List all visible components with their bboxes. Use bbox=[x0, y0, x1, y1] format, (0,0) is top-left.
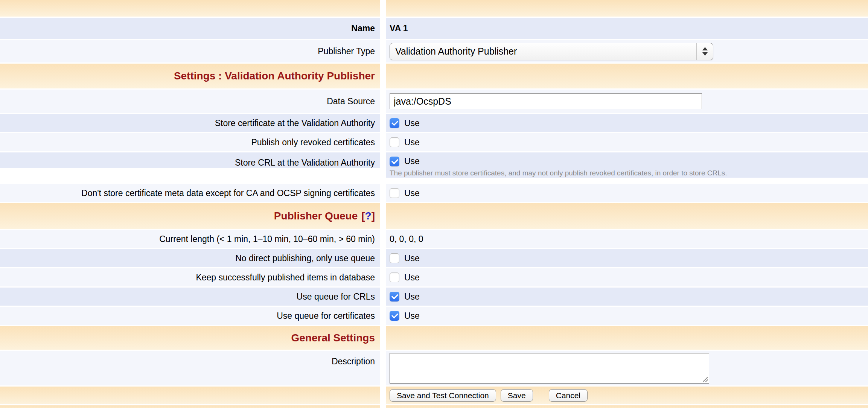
use-queue-for-crls-use-label: Use bbox=[404, 292, 420, 302]
no-direct-publishing-use-label: Use bbox=[404, 253, 420, 263]
section-header-settings: Settings : Validation Authority Publishe… bbox=[0, 64, 868, 88]
data-source-label: Data Source bbox=[327, 96, 375, 107]
store-certificate-use-label: Use bbox=[404, 118, 420, 128]
row-data-source: Data Source bbox=[0, 90, 868, 113]
publish-only-revoked-use-label: Use bbox=[404, 137, 420, 148]
use-queue-for-certificates-label: Use queue for certificates bbox=[277, 311, 375, 321]
row-buttons: Save and Test Connection Save Cancel bbox=[0, 387, 868, 404]
select-stepper-icon bbox=[696, 43, 713, 60]
name-label: Name bbox=[351, 23, 375, 34]
store-crl-checkbox[interactable] bbox=[390, 157, 399, 166]
use-queue-for-certificates-use-label: Use bbox=[404, 311, 420, 321]
row-store-certificate: Store certificate at the Validation Auth… bbox=[0, 114, 868, 132]
help-bracket-close: ] bbox=[372, 210, 375, 222]
general-settings-section-title: General Settings bbox=[291, 332, 375, 344]
keep-published-items-checkbox[interactable] bbox=[390, 273, 399, 282]
publish-only-revoked-label: Publish only revoked certificates bbox=[251, 137, 375, 148]
publisher-type-select[interactable]: Validation Authority Publisher bbox=[390, 43, 713, 60]
no-direct-publishing-label: No direct publishing, only use queue bbox=[235, 253, 375, 264]
publish-only-revoked-checkbox[interactable] bbox=[390, 137, 399, 147]
help-bracket-open: [ bbox=[361, 210, 365, 222]
row-name: Name VA 1 bbox=[0, 18, 868, 39]
description-label: Description bbox=[332, 356, 375, 367]
save-button[interactable]: Save bbox=[501, 389, 533, 402]
use-queue-for-crls-checkbox[interactable] bbox=[390, 292, 399, 301]
dont-store-meta-checkbox[interactable] bbox=[390, 188, 399, 198]
publisher-queue-help-link[interactable]: ? bbox=[365, 210, 372, 222]
section-header-general-settings: General Settings bbox=[0, 326, 868, 350]
publisher-queue-section-title: Publisher Queue bbox=[274, 210, 358, 222]
use-queue-for-crls-label: Use queue for CRLs bbox=[297, 291, 375, 302]
row-store-crl: Store CRL at the Validation Authority Us… bbox=[0, 152, 868, 183]
row-publish-only-revoked: Publish only revoked certificates Use bbox=[0, 133, 868, 151]
row-queue-length: Current length (< 1 min, 1–10 min, 10–60… bbox=[0, 230, 868, 248]
settings-section-title: Settings : Validation Authority Publishe… bbox=[174, 70, 375, 82]
use-queue-for-certificates-checkbox[interactable] bbox=[390, 311, 399, 321]
store-certificate-label: Store certificate at the Validation Auth… bbox=[215, 118, 375, 129]
publisher-type-selected-value: Validation Authority Publisher bbox=[390, 46, 696, 57]
row-keep-published-items: Keep successfully published items in dat… bbox=[0, 268, 868, 286]
row-use-queue-for-crls: Use queue for CRLs Use bbox=[0, 288, 868, 306]
row-publisher-type: Publisher Type Validation Authority Publ… bbox=[0, 40, 868, 62]
section-header-publisher-queue: Publisher Queue [ ? ] bbox=[0, 203, 868, 229]
dont-store-meta-use-label: Use bbox=[404, 188, 420, 198]
row-description: Description bbox=[0, 351, 868, 385]
chevron-up-icon bbox=[702, 47, 708, 50]
row-dont-store-meta: Don't store certificate meta data except… bbox=[0, 184, 868, 202]
dont-store-meta-label: Don't store certificate meta data except… bbox=[81, 188, 375, 199]
save-and-test-connection-button[interactable]: Save and Test Connection bbox=[390, 389, 496, 402]
publisher-type-label: Publisher Type bbox=[318, 46, 375, 57]
store-crl-use-label: Use bbox=[404, 156, 420, 166]
section-band-top bbox=[0, 0, 868, 17]
keep-published-items-label: Keep successfully published items in dat… bbox=[196, 272, 375, 283]
section-band-bottom bbox=[0, 405, 868, 408]
queue-length-value: 0, 0, 0, 0 bbox=[390, 234, 423, 244]
store-crl-note: The publisher must store certificates, a… bbox=[390, 169, 727, 178]
description-textarea[interactable] bbox=[390, 353, 709, 384]
row-no-direct-publishing: No direct publishing, only use queue Use bbox=[0, 249, 868, 267]
store-certificate-checkbox[interactable] bbox=[390, 118, 399, 128]
edit-publisher-form: Name VA 1 Publisher Type Validation Auth… bbox=[0, 0, 868, 408]
cancel-button[interactable]: Cancel bbox=[549, 389, 588, 402]
keep-published-items-use-label: Use bbox=[404, 273, 420, 283]
chevron-down-icon bbox=[702, 52, 708, 56]
name-value: VA 1 bbox=[390, 23, 408, 33]
no-direct-publishing-checkbox[interactable] bbox=[390, 253, 399, 263]
store-crl-label: Store CRL at the Validation Authority bbox=[235, 157, 375, 168]
queue-length-label: Current length (< 1 min, 1–10 min, 10–60… bbox=[159, 234, 375, 245]
data-source-input[interactable] bbox=[390, 93, 702, 109]
row-use-queue-for-certificates: Use queue for certificates Use bbox=[0, 307, 868, 325]
